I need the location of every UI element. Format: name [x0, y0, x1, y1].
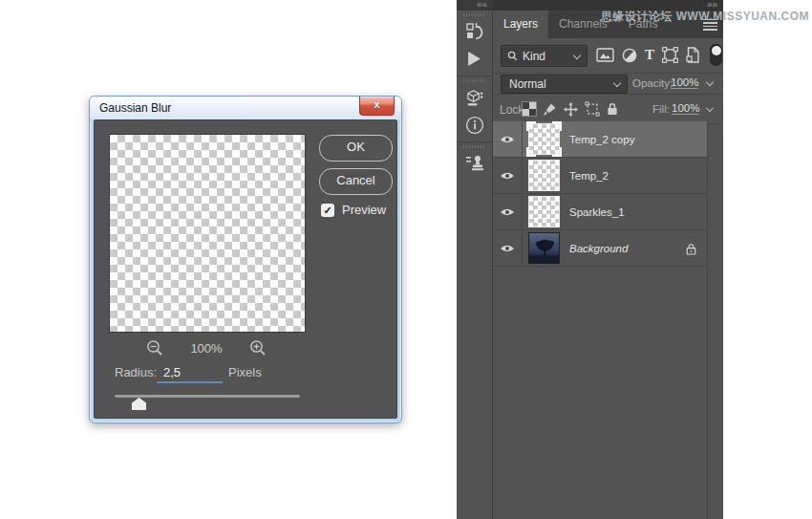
layer-locked-icon	[686, 242, 696, 259]
chevron-down-icon	[572, 52, 581, 60]
preview-checkbox[interactable]: ✓ Preview	[321, 203, 386, 217]
panel-gripper	[463, 13, 485, 16]
layer-row-temp2-copy[interactable]: Temp_2 copy	[493, 121, 707, 158]
dialog-title: Gaussian Blur	[99, 101, 171, 115]
site-watermark: 思缘设计论坛 WWW.MISSYUAN.COM	[601, 9, 809, 25]
history-panel-icon[interactable]	[457, 17, 492, 45]
filter-pixel-layers-icon[interactable]	[596, 48, 614, 62]
lock-icons	[523, 101, 618, 117]
filter-type-icons: T	[596, 47, 699, 63]
chevron-down-icon	[612, 80, 621, 89]
background-thumbnail[interactable]	[528, 232, 560, 264]
filter-kind-label: Kind	[523, 50, 545, 63]
selection-bracket	[552, 121, 562, 131]
blur-preview-area[interactable]	[109, 134, 306, 333]
blend-mode-value: Normal	[509, 77, 546, 91]
radius-input[interactable]: 2,5	[163, 365, 181, 379]
panel-gripper	[463, 79, 485, 82]
dialog-titlebar[interactable]: Gaussian Blur	[90, 97, 401, 119]
lock-transparency-icon[interactable]	[523, 102, 536, 116]
lock-all-icon[interactable]	[607, 102, 618, 116]
selection-bracket	[526, 147, 536, 157]
radius-label: Radius:	[115, 365, 157, 379]
collapse-left-icon: «	[481, 0, 487, 10]
chevron-down-icon[interactable]	[705, 78, 714, 87]
layer-thumbnail[interactable]	[528, 160, 560, 191]
layer-row-sparkles1[interactable]: Sparkles_1	[493, 194, 707, 230]
layers-list: Temp_2 copy Temp_2	[493, 121, 723, 519]
visibility-eye-icon[interactable]	[493, 121, 523, 157]
chevron-down-icon[interactable]	[705, 104, 714, 113]
zoom-in-icon[interactable]	[249, 339, 267, 357]
fill-label: Fill:	[652, 103, 670, 115]
dialog-body: OK Cancel ✓ Preview 100%	[94, 119, 397, 419]
lock-row: Lock:	[493, 95, 723, 124]
layer-thumbnail[interactable]	[528, 196, 560, 227]
fill-value[interactable]: 100%	[672, 102, 699, 115]
tab-layers[interactable]: Layers	[493, 11, 548, 38]
layer-row-background[interactable]: Background	[493, 230, 707, 267]
ok-button[interactable]: OK	[319, 135, 393, 162]
filter-shape-layers-icon[interactable]	[662, 47, 678, 63]
layer-name[interactable]: Temp_2	[569, 170, 609, 182]
cancel-button[interactable]: Cancel	[319, 168, 393, 195]
selection-bracket	[526, 121, 536, 131]
preview-label: Preview	[342, 203, 386, 217]
radius-input-underline	[157, 381, 223, 383]
opacity-value[interactable]: 100%	[671, 76, 698, 89]
info-panel-icon[interactable]	[457, 111, 492, 139]
layer-name[interactable]: Temp_2 copy	[569, 134, 634, 145]
close-icon: x	[374, 98, 379, 110]
lock-position-move-icon[interactable]	[564, 102, 578, 117]
layer-row-temp2[interactable]: Temp_2	[493, 158, 707, 194]
layer-thumbnail[interactable]	[528, 123, 560, 155]
zoom-level: 100%	[190, 341, 222, 356]
3d-panel-icon[interactable]	[457, 83, 492, 111]
collapse-strip-button[interactable]: ««	[457, 0, 492, 11]
strip-divider	[457, 76, 492, 76]
layer-name[interactable]: Sparkles_1	[569, 206, 625, 218]
lock-artboard-icon[interactable]	[585, 101, 600, 117]
strip-divider	[457, 141, 492, 142]
filter-adjustment-layers-icon[interactable]	[622, 48, 637, 63]
radius-slider-track[interactable]	[115, 395, 300, 398]
opacity-label: Opacity:	[632, 77, 673, 89]
actions-panel-icon[interactable]	[457, 45, 492, 73]
layer-comps-panel-icon[interactable]	[457, 149, 492, 177]
gaussian-blur-dialog: Gaussian Blur x OK Cancel ✓ Preview 100%	[89, 96, 402, 423]
layer-filter-row: Kind T	[493, 38, 723, 74]
filter-type-layers-icon[interactable]: T	[645, 47, 654, 63]
filter-toggle-switch[interactable]	[710, 44, 722, 66]
layer-name[interactable]: Background	[569, 243, 628, 254]
close-button[interactable]: x	[359, 97, 395, 116]
collapsed-panel-strip: ««	[457, 0, 493, 519]
filter-kind-dropdown[interactable]: Kind	[501, 45, 588, 67]
radius-field-row: Radius: 2,5 Pixels	[115, 365, 157, 379]
layers-panel: »» Layers Channels Paths Kind	[493, 0, 723, 519]
zoom-out-icon[interactable]	[146, 339, 163, 357]
panel-dock: ««	[457, 0, 723, 519]
lock-pixels-brush-icon[interactable]	[543, 102, 557, 117]
panel-gripper	[463, 145, 485, 148]
filter-smart-objects-icon[interactable]	[686, 47, 699, 63]
blend-mode-row: Normal Opacity: 100%	[493, 74, 723, 95]
visibility-eye-icon[interactable]	[493, 158, 523, 193]
visibility-eye-icon[interactable]	[493, 194, 523, 229]
visibility-eye-icon[interactable]	[493, 230, 523, 266]
blend-mode-dropdown[interactable]: Normal	[501, 75, 628, 94]
selection-bracket	[552, 147, 562, 157]
radius-slider-thumb[interactable]	[132, 398, 146, 410]
radius-unit-label: Pixels	[228, 365, 262, 379]
preview-zoom-controls: 100%	[109, 339, 304, 357]
checkbox-check-icon: ✓	[321, 204, 334, 217]
